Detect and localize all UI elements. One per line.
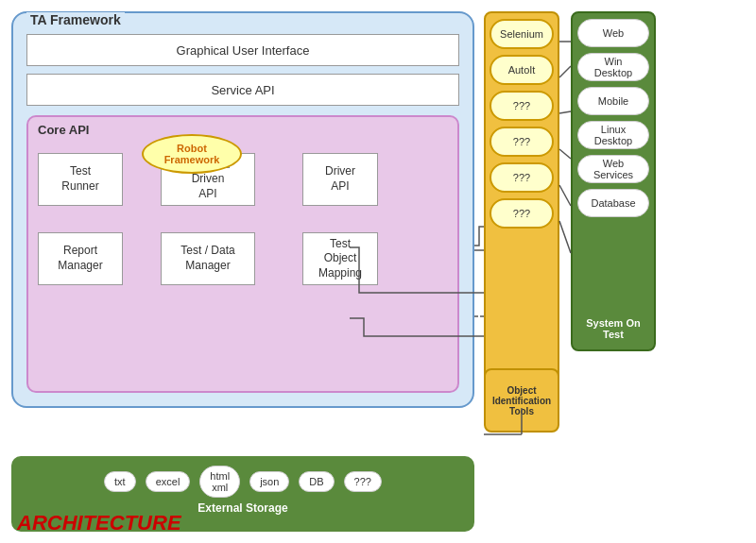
system-on-test-col: Web WinDesktop Mobile LinuxDesktop WebSe… — [571, 11, 656, 351]
system-win-desktop: WinDesktop — [577, 53, 649, 81]
test-data-manager-box: Test / DataManager — [161, 232, 255, 285]
robot-framework-oval: RobotFramework — [142, 134, 242, 174]
test-data-manager-label: Test / DataManager — [180, 244, 234, 273]
ta-framework-box: TA Framework Graphical User Interface Se… — [11, 11, 474, 408]
core-api-box: Core API RobotFramework TestRunner Keywo… — [26, 115, 459, 393]
main-container: TA Framework Graphical User Interface Se… — [0, 0, 756, 543]
report-manager-label: ReportManager — [58, 244, 102, 273]
storage-item-txt: txt — [104, 471, 136, 492]
automation-unknown1: ??? — [490, 91, 554, 121]
storage-item-json: json — [249, 471, 289, 492]
ta-framework-label: TA Framework — [26, 12, 125, 27]
automation-selenium: Selenium — [490, 19, 554, 49]
system-mobile: Mobile — [577, 87, 649, 115]
svg-line-2 — [559, 111, 571, 113]
storage-item-excel: excel — [146, 471, 191, 492]
test-runner-box: TestRunner — [38, 153, 123, 206]
system-database: Database — [577, 189, 649, 217]
object-id-tools-box: ObjectIdentificationTools — [484, 368, 559, 433]
external-storage-label: External Storage — [198, 501, 287, 515]
system-web: Web — [577, 19, 649, 47]
automation-unknown2: ??? — [490, 127, 554, 157]
storage-items: txt excel htmlxml json DB ??? — [104, 466, 382, 498]
system-web-services: WebServices — [577, 155, 649, 183]
automation-unknown4: ??? — [490, 198, 554, 229]
gui-label: Graphical User Interface — [177, 43, 310, 58]
automation-unknown3: ??? — [490, 162, 554, 193]
test-runner-label: TestRunner — [61, 164, 98, 194]
svg-line-3 — [559, 149, 571, 159]
service-api-label: Service API — [211, 83, 274, 97]
automation-autoit: AutoIt — [490, 55, 554, 85]
driver-api-label: DriverAPI — [325, 164, 355, 194]
driver-api-box: DriverAPI — [302, 153, 378, 206]
storage-item-db: DB — [299, 471, 334, 492]
test-object-mapping-box: TestObjectMapping — [302, 232, 378, 285]
service-api-box: Service API — [26, 74, 459, 106]
automation-driver-col: Selenium AutoIt ??? ??? ??? ??? Automati… — [484, 11, 559, 408]
core-api-label: Core API — [38, 123, 89, 137]
report-manager-box: ReportManager — [38, 232, 123, 285]
system-linux-desktop: LinuxDesktop — [577, 121, 649, 149]
architecture-label: ARCHITECTURE — [17, 511, 181, 535]
object-id-tools-label: ObjectIdentificationTools — [492, 385, 551, 416]
robot-framework-label: RobotFramework — [164, 143, 220, 165]
gui-box: Graphical User Interface — [26, 34, 459, 66]
svg-line-5 — [559, 221, 571, 253]
system-on-test-label: System On Test — [576, 317, 650, 344]
storage-item-html: htmlxml — [199, 466, 240, 498]
svg-line-1 — [559, 66, 571, 77]
svg-line-4 — [559, 185, 571, 206]
storage-item-unknown: ??? — [344, 471, 382, 492]
test-object-mapping-label: TestObjectMapping — [318, 237, 362, 281]
